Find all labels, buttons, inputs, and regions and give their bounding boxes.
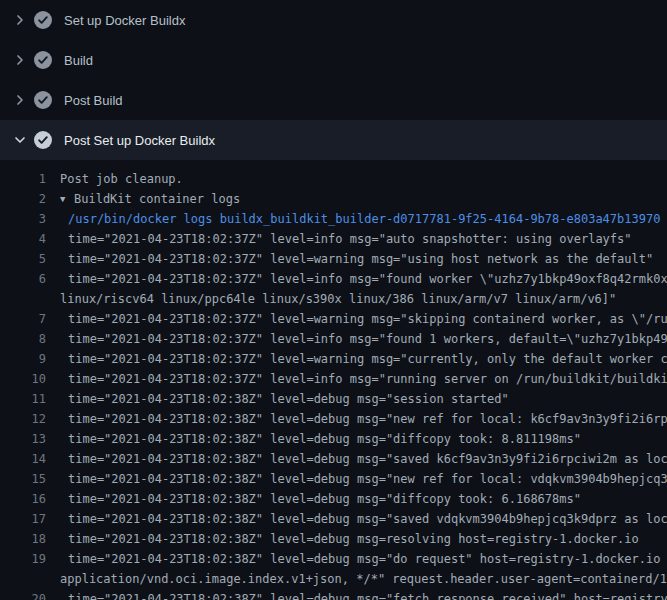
log-line-number[interactable]: 8 — [0, 329, 46, 349]
log-line-number[interactable]: 5 — [0, 249, 46, 269]
actions-log-viewer: Set up Docker Buildx Build Post Build Po… — [0, 0, 667, 600]
log-line-text: time="2021-04-23T18:02:38Z" level=debug … — [46, 549, 667, 569]
check-circle-icon — [34, 51, 52, 69]
step-label: Post Set up Docker Buildx — [64, 133, 215, 148]
log-line-number[interactable]: 17 — [0, 509, 46, 529]
log-line-number[interactable]: 6 — [0, 269, 46, 289]
log-line-number[interactable] — [0, 289, 46, 309]
log-area: 1 Post job cleanup. 2 ▼BuildKit containe… — [0, 160, 667, 600]
log-line: 6 time="2021-04-23T18:02:37Z" level=info… — [0, 269, 667, 289]
log-line: 17 time="2021-04-23T18:02:38Z" level=deb… — [0, 509, 667, 529]
log-line: application/vnd.oci.image.index.v1+json,… — [0, 569, 667, 589]
log-line-number[interactable]: 10 — [0, 369, 46, 389]
log-line: 16 time="2021-04-23T18:02:38Z" level=deb… — [0, 489, 667, 509]
log-line-text: time="2021-04-23T18:02:38Z" level=debug … — [46, 389, 509, 409]
log-line-text: time="2021-04-23T18:02:38Z" level=debug … — [46, 429, 581, 449]
log-line: 12 time="2021-04-23T18:02:38Z" level=deb… — [0, 409, 667, 429]
log-line: 18 time="2021-04-23T18:02:38Z" level=deb… — [0, 529, 667, 549]
step-header[interactable]: Post Set up Docker Buildx — [0, 120, 667, 160]
log-line-text: time="2021-04-23T18:02:37Z" level=info m… — [46, 229, 632, 249]
log-line: 9 time="2021-04-23T18:02:37Z" level=warn… — [0, 349, 667, 369]
log-line-text: time="2021-04-23T18:02:37Z" level=warnin… — [46, 309, 667, 329]
log-line-number[interactable]: 19 — [0, 549, 46, 569]
log-line: 20 time="2021-04-23T18:02:38Z" level=deb… — [0, 589, 667, 600]
log-line-number[interactable]: 4 — [0, 229, 46, 249]
log-line-text: time="2021-04-23T18:02:38Z" level=debug … — [46, 409, 667, 429]
log-line-number[interactable]: 15 — [0, 469, 46, 489]
step-header[interactable]: Build — [0, 40, 667, 80]
log-line-number[interactable]: 11 — [0, 389, 46, 409]
log-line-text: time="2021-04-23T18:02:37Z" level=info m… — [46, 329, 667, 349]
log-line: 13 time="2021-04-23T18:02:38Z" level=deb… — [0, 429, 667, 449]
chevron-right-icon — [12, 92, 28, 108]
log-line: 5 time="2021-04-23T18:02:37Z" level=warn… — [0, 249, 667, 269]
step-label: Set up Docker Buildx — [64, 13, 185, 28]
log-line-number[interactable]: 2 — [0, 189, 46, 209]
log-line-number[interactable]: 16 — [0, 489, 46, 509]
step-label: Build — [64, 53, 93, 68]
check-circle-icon — [34, 131, 52, 149]
log-line-number[interactable]: 20 — [0, 589, 46, 600]
log-line-number[interactable]: 1 — [0, 169, 46, 189]
log-line: 1 Post job cleanup. — [0, 169, 667, 189]
log-line-text: time="2021-04-23T18:02:38Z" level=debug … — [46, 489, 581, 509]
chevron-right-icon — [12, 52, 28, 68]
chevron-right-icon — [12, 12, 28, 28]
log-line-number[interactable]: 7 — [0, 309, 46, 329]
log-line-text: time="2021-04-23T18:02:38Z" level=debug … — [46, 589, 667, 600]
log-line: 11 time="2021-04-23T18:02:38Z" level=deb… — [0, 389, 667, 409]
log-line: 4 time="2021-04-23T18:02:37Z" level=info… — [0, 229, 667, 249]
log-line-number[interactable]: 18 — [0, 529, 46, 549]
log-line-number[interactable]: 3 — [0, 209, 46, 229]
check-circle-icon — [34, 91, 52, 109]
log-line: 10 time="2021-04-23T18:02:37Z" level=inf… — [0, 369, 667, 389]
log-line-text: time="2021-04-23T18:02:38Z" level=debug … — [46, 469, 667, 489]
log-line-text: time="2021-04-23T18:02:38Z" level=debug … — [46, 449, 667, 469]
log-line-text: time="2021-04-23T18:02:37Z" level=warnin… — [46, 349, 667, 369]
step-header[interactable]: Set up Docker Buildx — [0, 0, 667, 40]
log-line-text: time="2021-04-23T18:02:38Z" level=debug … — [46, 529, 639, 549]
check-circle-icon — [34, 11, 52, 29]
step-header[interactable]: Post Build — [0, 80, 667, 120]
log-line-text: Post job cleanup. — [46, 169, 183, 189]
log-line-number[interactable]: 9 — [0, 349, 46, 369]
log-line: 8 time="2021-04-23T18:02:37Z" level=info… — [0, 329, 667, 349]
log-line-number[interactable]: 13 — [0, 429, 46, 449]
log-line: 19 time="2021-04-23T18:02:38Z" level=deb… — [0, 549, 667, 569]
log-line: linux/riscv64 linux/ppc64le linux/s390x … — [0, 289, 667, 309]
log-line-number[interactable]: 12 — [0, 409, 46, 429]
step-list: Set up Docker Buildx Build Post Build Po… — [0, 0, 667, 160]
log-line-number[interactable]: 14 — [0, 449, 46, 469]
log-line: 2 ▼BuildKit container logs — [0, 189, 667, 209]
log-line-text: linux/riscv64 linux/ppc64le linux/s390x … — [46, 289, 616, 309]
log-line: 3 /usr/bin/docker logs buildx_buildkit_b… — [0, 209, 667, 229]
step-label: Post Build — [64, 93, 123, 108]
chevron-down-icon — [12, 132, 28, 148]
log-line-text: time="2021-04-23T18:02:37Z" level=info m… — [46, 369, 667, 389]
log-line-number[interactable] — [0, 569, 46, 589]
group-triangle-icon[interactable]: ▼ — [60, 189, 74, 209]
log-line-text: application/vnd.oci.image.index.v1+json,… — [46, 569, 667, 589]
log-line-text: /usr/bin/docker logs buildx_buildkit_bui… — [46, 209, 660, 229]
log-line-text: time="2021-04-23T18:02:38Z" level=debug … — [46, 509, 667, 529]
log-line: 15 time="2021-04-23T18:02:38Z" level=deb… — [0, 469, 667, 489]
log-line-text: time="2021-04-23T18:02:37Z" level=info m… — [46, 269, 667, 289]
log-line-text[interactable]: ▼BuildKit container logs — [46, 189, 240, 209]
log-line: 14 time="2021-04-23T18:02:38Z" level=deb… — [0, 449, 667, 469]
log-line: 7 time="2021-04-23T18:02:37Z" level=warn… — [0, 309, 667, 329]
log-line-text: time="2021-04-23T18:02:37Z" level=warnin… — [46, 249, 653, 269]
